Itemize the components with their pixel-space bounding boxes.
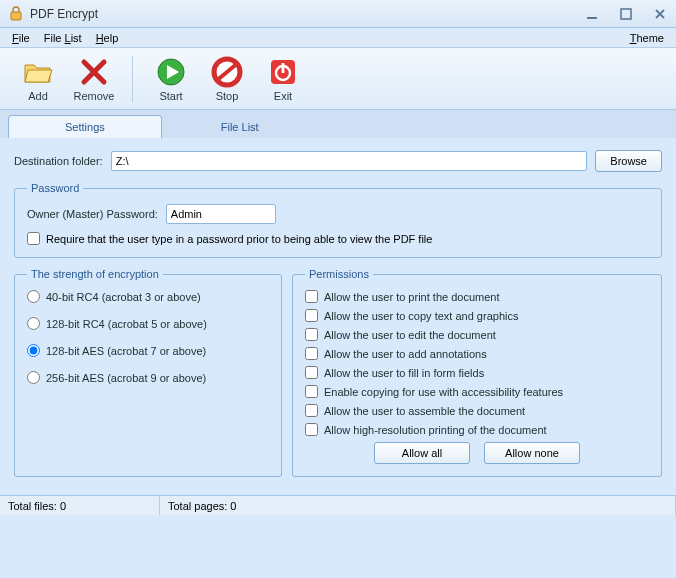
allow-none-button[interactable]: Allow none	[484, 442, 580, 464]
permission-option-label: Allow the user to print the document	[324, 291, 499, 303]
svg-rect-1	[587, 17, 597, 19]
permission-option-label: Allow the user to edit the document	[324, 329, 496, 341]
permission-checkbox-0[interactable]	[305, 290, 318, 303]
encryption-legend: The strength of encryption	[27, 268, 163, 280]
menu-file[interactable]: File	[8, 31, 34, 45]
permission-checkbox-4[interactable]	[305, 366, 318, 379]
toolbar: Add Remove Start Stop Exit	[0, 48, 676, 110]
tab-settings[interactable]: Settings	[8, 115, 162, 138]
play-icon	[155, 56, 187, 88]
require-password-checkbox[interactable]	[27, 232, 40, 245]
permission-option-label: Allow high-resolution printing of the do…	[324, 424, 547, 436]
start-label: Start	[159, 90, 182, 102]
title-bar: PDF Encrypt	[0, 0, 676, 28]
add-button[interactable]: Add	[14, 56, 62, 102]
menu-theme[interactable]: Theme	[626, 31, 668, 45]
encryption-option-label: 256-bit AES (acrobat 9 or above)	[46, 372, 206, 384]
password-legend: Password	[27, 182, 83, 194]
delete-x-icon	[78, 56, 110, 88]
permissions-group: Permissions Allow the user to print the …	[292, 268, 662, 477]
encryption-radio-3[interactable]	[27, 371, 40, 384]
permission-checkbox-7[interactable]	[305, 423, 318, 436]
encryption-radio-0[interactable]	[27, 290, 40, 303]
maximize-button[interactable]	[618, 6, 634, 22]
folder-open-icon	[22, 56, 54, 88]
svg-rect-0	[11, 12, 21, 20]
permission-checkbox-6[interactable]	[305, 404, 318, 417]
menu-help[interactable]: Help	[92, 31, 123, 45]
destination-input[interactable]	[111, 151, 588, 171]
tab-file-list[interactable]: File List	[164, 115, 316, 138]
exit-button[interactable]: Exit	[259, 56, 307, 102]
power-icon	[267, 56, 299, 88]
stop-button[interactable]: Stop	[203, 56, 251, 102]
permission-checkbox-2[interactable]	[305, 328, 318, 341]
encryption-option-label: 40-bit RC4 (acrobat 3 or above)	[46, 291, 201, 303]
menu-file-list[interactable]: File List	[40, 31, 86, 45]
remove-label: Remove	[74, 90, 115, 102]
permission-option-label: Allow the user to copy text and graphics	[324, 310, 518, 322]
owner-password-input[interactable]	[166, 204, 276, 224]
password-group: Password Owner (Master) Password: Requir…	[14, 182, 662, 258]
encryption-option-label: 128-bit RC4 (acrobat 5 or above)	[46, 318, 207, 330]
destination-label: Destination folder:	[14, 155, 103, 167]
toolbar-separator	[132, 56, 133, 102]
settings-panel: Destination folder: Browse Password Owne…	[0, 138, 676, 495]
status-total-pages: Total pages: 0	[160, 496, 676, 515]
add-label: Add	[28, 90, 48, 102]
permission-option-label: Allow the user to add annotations	[324, 348, 487, 360]
encryption-radio-1[interactable]	[27, 317, 40, 330]
svg-rect-2	[621, 9, 631, 19]
remove-button[interactable]: Remove	[70, 56, 118, 102]
menu-bar: File File List Help Theme	[0, 28, 676, 48]
stop-label: Stop	[216, 90, 239, 102]
encryption-radio-2[interactable]	[27, 344, 40, 357]
app-icon	[8, 6, 24, 22]
status-bar: Total files: 0 Total pages: 0	[0, 495, 676, 515]
close-button[interactable]	[652, 6, 668, 22]
status-total-files: Total files: 0	[0, 496, 160, 515]
exit-label: Exit	[274, 90, 292, 102]
start-button[interactable]: Start	[147, 56, 195, 102]
permissions-legend: Permissions	[305, 268, 373, 280]
owner-password-label: Owner (Master) Password:	[27, 208, 158, 220]
permission-option-label: Allow the user to assemble the document	[324, 405, 525, 417]
tab-strip: Settings File List	[0, 110, 676, 138]
encryption-option-label: 128-bit AES (acrobat 7 or above)	[46, 345, 206, 357]
encryption-group: The strength of encryption 40-bit RC4 (a…	[14, 268, 282, 477]
allow-all-button[interactable]: Allow all	[374, 442, 470, 464]
browse-button[interactable]: Browse	[595, 150, 662, 172]
permission-option-label: Enable copying for use with accessibilit…	[324, 386, 563, 398]
permission-option-label: Allow the user to fill in form fields	[324, 367, 484, 379]
stop-icon	[211, 56, 243, 88]
permission-checkbox-1[interactable]	[305, 309, 318, 322]
window-title: PDF Encrypt	[30, 7, 584, 21]
minimize-button[interactable]	[584, 6, 600, 22]
svg-rect-8	[282, 63, 285, 73]
permission-checkbox-3[interactable]	[305, 347, 318, 360]
require-password-label: Require that the user type in a password…	[46, 233, 432, 245]
permission-checkbox-5[interactable]	[305, 385, 318, 398]
